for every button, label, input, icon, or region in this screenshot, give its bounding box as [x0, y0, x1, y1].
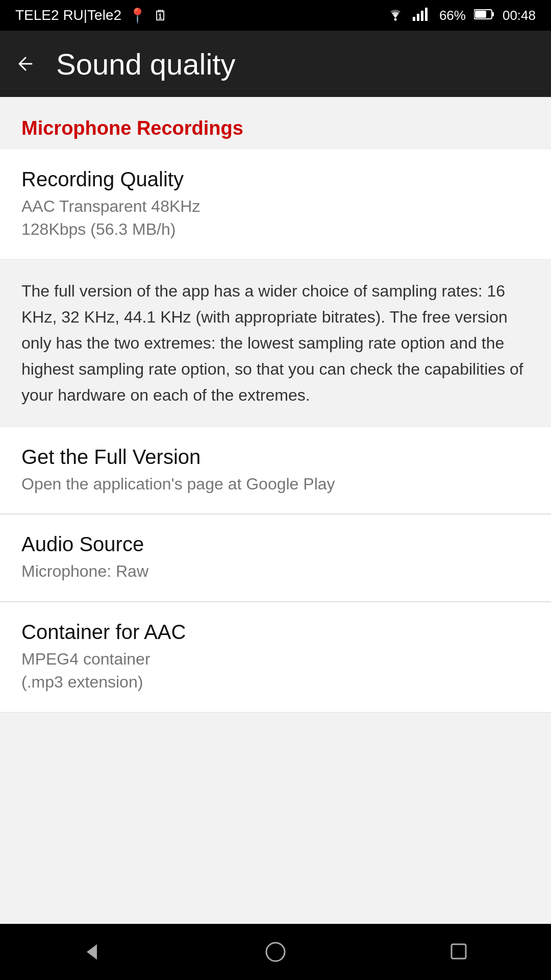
- svg-point-0: [394, 18, 396, 20]
- app-bar: Sound quality: [0, 31, 551, 97]
- svg-rect-7: [475, 11, 486, 18]
- app-icon: 🗓: [154, 7, 168, 24]
- get-full-version-title: Get the Full Version: [21, 446, 530, 469]
- content: Microphone Recordings Recording Quality …: [0, 97, 551, 924]
- back-button[interactable]: [15, 54, 36, 74]
- audio-source-subtitle: Microphone: Raw: [21, 560, 530, 583]
- recording-quality-title: Recording Quality: [21, 168, 530, 191]
- location-icon: 📍: [129, 7, 146, 24]
- svg-rect-1: [413, 17, 415, 21]
- battery-icon: [474, 8, 494, 23]
- info-text: The full version of the app has a wider …: [0, 260, 551, 427]
- status-bar-right: 66% 00:48: [386, 7, 536, 24]
- svg-rect-2: [417, 14, 419, 21]
- section-header: Microphone Recordings: [0, 97, 551, 150]
- wifi-icon: [386, 7, 405, 24]
- get-full-version-item[interactable]: Get the Full Version Open the applicatio…: [0, 427, 551, 514]
- time-text: 00:48: [503, 8, 536, 23]
- signal-icon: [413, 7, 431, 24]
- container-aac-title: Container for AAC: [21, 621, 530, 644]
- get-full-version-subtitle: Open the application's page at Google Pl…: [21, 473, 530, 496]
- recents-nav-button[interactable]: [446, 939, 472, 965]
- container-aac-subtitle: MPEG4 container(.mp3 extension): [21, 648, 530, 694]
- svg-marker-8: [87, 944, 97, 960]
- battery-percent: 66%: [439, 8, 466, 23]
- status-bar-left: TELE2 RU|Tele2 📍 🗓: [15, 7, 168, 24]
- svg-rect-3: [421, 11, 423, 21]
- recording-quality-item[interactable]: Recording Quality AAC Transparent 48KHz1…: [0, 150, 551, 260]
- svg-rect-10: [452, 944, 466, 959]
- status-bar: TELE2 RU|Tele2 📍 🗓 66%: [0, 0, 551, 31]
- audio-source-item[interactable]: Audio Source Microphone: Raw: [0, 514, 551, 602]
- page-title: Sound quality: [56, 47, 235, 81]
- carrier-text: TELE2 RU|Tele2: [15, 7, 121, 23]
- recording-quality-subtitle: AAC Transparent 48KHz128Kbps (56.3 MB/h): [21, 195, 530, 241]
- svg-rect-6: [492, 12, 494, 16]
- svg-point-9: [266, 943, 285, 961]
- audio-source-title: Audio Source: [21, 533, 530, 556]
- home-nav-button[interactable]: [263, 939, 288, 965]
- nav-bar: [0, 924, 551, 980]
- back-nav-button[interactable]: [79, 939, 105, 965]
- container-aac-item[interactable]: Container for AAC MPEG4 container(.mp3 e…: [0, 602, 551, 713]
- svg-rect-4: [425, 8, 428, 21]
